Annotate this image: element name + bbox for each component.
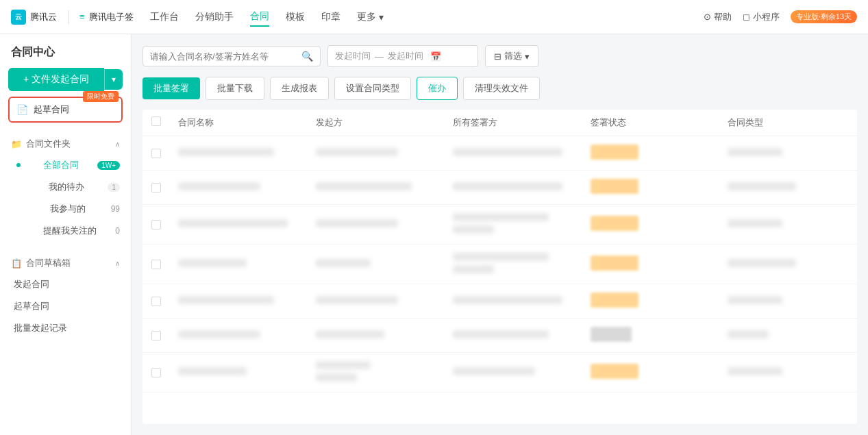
type-cell (728, 330, 769, 338)
sidebar-item-batch-records[interactable]: 批量发起记录 (0, 317, 131, 339)
th-sign-status: 签署状态 (582, 116, 720, 129)
row-checkbox[interactable] (151, 260, 161, 269)
row-checkbox[interactable] (151, 368, 161, 377)
chevron-down-icon: ▾ (379, 12, 384, 23)
draft-item-label: 起草合同 (34, 103, 69, 116)
nav-more[interactable]: 更多 ▾ (357, 8, 384, 26)
initiator-cell (316, 259, 371, 267)
row-checkbox[interactable] (151, 149, 161, 158)
select-all-checkbox[interactable] (151, 116, 161, 126)
set-contract-type-button[interactable]: 设置合同类型 (334, 77, 411, 100)
th-checkbox (142, 116, 170, 129)
free-badge: 限时免费 (83, 91, 119, 102)
sidebar-item-draft-contract[interactable]: 起草合同 (0, 295, 131, 317)
contract-name-cell (178, 259, 247, 267)
type-cell (728, 259, 796, 267)
signers-cell (453, 213, 549, 221)
search-input[interactable] (150, 51, 297, 62)
table-row (142, 136, 857, 171)
search-icon[interactable]: 🔍 (301, 51, 313, 62)
row-checkbox[interactable] (151, 297, 161, 306)
clear-invalid-button[interactable]: 清理失效文件 (463, 77, 540, 100)
signers-cell-2 (453, 225, 494, 234)
remind-count: 0 (115, 226, 120, 236)
tencent-cloud-logo[interactable]: 云 腾讯云 (11, 10, 57, 25)
status-badge (591, 145, 638, 160)
date-separator: — (375, 51, 384, 62)
type-cell (728, 296, 782, 304)
batch-sign-button[interactable]: 批量签署 (142, 77, 200, 99)
main-layout: 合同中心 + 文件发起合同 ▾ 限时免费 📄 起草合同 📁 合同文件夹 ∧ (0, 34, 868, 435)
contract-folder-section: 📁 合同文件夹 ∧ 全部合同 1W+ 我的待办 1 我参与的 99 提醒我关注的… (0, 125, 131, 245)
pro-badge[interactable]: 专业版·剩余13天 (791, 10, 857, 23)
nav-workbench[interactable]: 工作台 (150, 8, 179, 26)
type-cell (728, 219, 782, 227)
nav-contract[interactable]: 合同 (250, 8, 269, 27)
folder-icon: 📁 (11, 139, 22, 149)
initiator-cell (316, 330, 384, 338)
row-checkbox[interactable] (151, 331, 161, 340)
contract-name-cell (178, 148, 274, 156)
search-input-wrap[interactable]: 🔍 (142, 46, 321, 66)
upload-contract-button[interactable]: + 文件发起合同 (8, 68, 104, 91)
th-contract-type: 合同类型 (719, 116, 857, 129)
status-badge (591, 327, 632, 342)
th-all-signers: 所有签署方 (445, 116, 582, 129)
sidebar: 合同中心 + 文件发起合同 ▾ 限时免费 📄 起草合同 📁 合同文件夹 ∧ (0, 34, 132, 435)
sidebar-item-initiate-contract[interactable]: 发起合同 (0, 273, 131, 295)
contract-table: 合同名称 发起方 所有签署方 签署状态 合同类型 (142, 110, 857, 424)
draft-box-icon: 📋 (11, 258, 22, 269)
table-row (142, 245, 857, 284)
initiator-cell (316, 182, 412, 190)
cloud-icon: 云 (11, 10, 26, 25)
help-item[interactable]: ⊙ 帮助 (704, 11, 732, 23)
row-checkbox[interactable] (151, 183, 161, 192)
date-from-label: 发起时间 (335, 50, 371, 62)
esign-logo[interactable]: ≡ 腾讯电子签 (79, 11, 134, 23)
nav-items: 工作台 分销助手 合同 模板 印章 更多 ▾ (150, 8, 704, 27)
mini-program-icon: ◻ (743, 12, 750, 22)
date-range-picker[interactable]: 发起时间 — 发起时间 📅 (327, 45, 478, 67)
question-circle-icon: ⊙ (704, 12, 711, 22)
contract-folder-header[interactable]: 📁 合同文件夹 ∧ (0, 134, 131, 154)
mini-program-item[interactable]: ◻ 小程序 (743, 11, 780, 23)
generate-report-button[interactable]: 生成报表 (270, 77, 329, 100)
nav-right-group: ⊙ 帮助 ◻ 小程序 专业版·剩余13天 (704, 10, 857, 23)
table-header: 合同名称 发起方 所有签署方 签署状态 合同类型 (142, 110, 857, 136)
draft-contract-highlighted-item[interactable]: 限时免费 📄 起草合同 (8, 97, 123, 123)
folder-collapse-icon: ∧ (115, 140, 120, 148)
draft-box-section: 📋 合同草稿箱 ∧ 发起合同 起草合同 批量发起记录 (0, 245, 131, 342)
date-to-label: 发起时间 (388, 50, 423, 62)
type-cell (728, 148, 782, 156)
sidebar-title: 合同中心 (0, 34, 131, 68)
th-initiator: 发起方 (308, 116, 445, 129)
sidebar-item-participated[interactable]: 我参与的 99 (0, 198, 131, 220)
status-badge (591, 216, 638, 231)
signers-cell (453, 330, 549, 338)
filter-button[interactable]: ⊟ 筛选 ▾ (485, 45, 538, 67)
nav-distribution[interactable]: 分销助手 (195, 8, 234, 26)
search-bar: 🔍 发起时间 — 发起时间 📅 ⊟ 筛选 ▾ (142, 45, 857, 67)
signers-cell (453, 148, 562, 156)
status-badge (591, 364, 638, 379)
type-cell (728, 367, 782, 375)
status-badge (591, 179, 638, 194)
upload-btn-dropdown[interactable]: ▾ (104, 69, 123, 90)
batch-download-button[interactable]: 批量下载 (206, 77, 264, 100)
logo-group: 云 腾讯云 ≡ 腾讯电子签 (11, 10, 134, 25)
sidebar-item-remind[interactable]: 提醒我关注的 0 (0, 220, 131, 242)
row-checkbox[interactable] (151, 220, 161, 229)
type-cell (728, 182, 796, 190)
cloud-label: 腾讯云 (30, 11, 57, 23)
nav-seal[interactable]: 印章 (321, 8, 340, 26)
contract-folder-label: 合同文件夹 (26, 138, 71, 150)
all-contracts-badge: 1W+ (97, 161, 120, 170)
sidebar-item-all-contracts[interactable]: 全部合同 1W+ (0, 154, 131, 176)
table-row (142, 205, 857, 245)
nav-template[interactable]: 模板 (286, 8, 305, 26)
sidebar-item-my-todo[interactable]: 我的待办 1 (0, 176, 131, 198)
calendar-icon: 📅 (430, 51, 441, 62)
draft-box-header[interactable]: 📋 合同草稿箱 ∧ (0, 253, 131, 273)
contract-name-cell (178, 219, 288, 227)
remind-button[interactable]: 催办 (417, 77, 458, 100)
